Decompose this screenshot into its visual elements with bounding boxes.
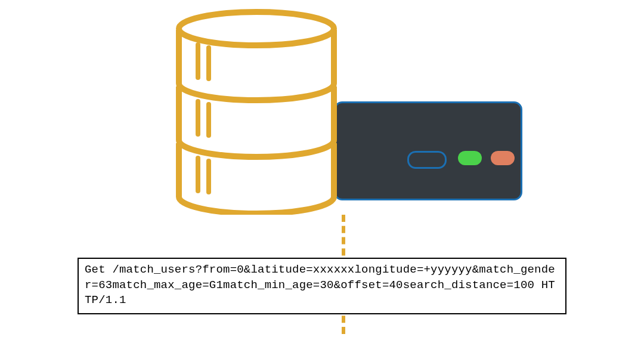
status-led-green-icon <box>458 151 482 165</box>
architecture-diagram: Get /match_users?from=0&latitude=xxxxxxl… <box>0 0 644 337</box>
svg-point-18 <box>179 12 334 45</box>
database-icon <box>173 6 340 215</box>
server-drive-slot-icon <box>407 151 447 169</box>
http-request-display: Get /match_users?from=0&latitude=xxxxxxl… <box>78 258 566 314</box>
application-server <box>334 101 522 200</box>
status-led-orange-icon <box>491 151 515 165</box>
